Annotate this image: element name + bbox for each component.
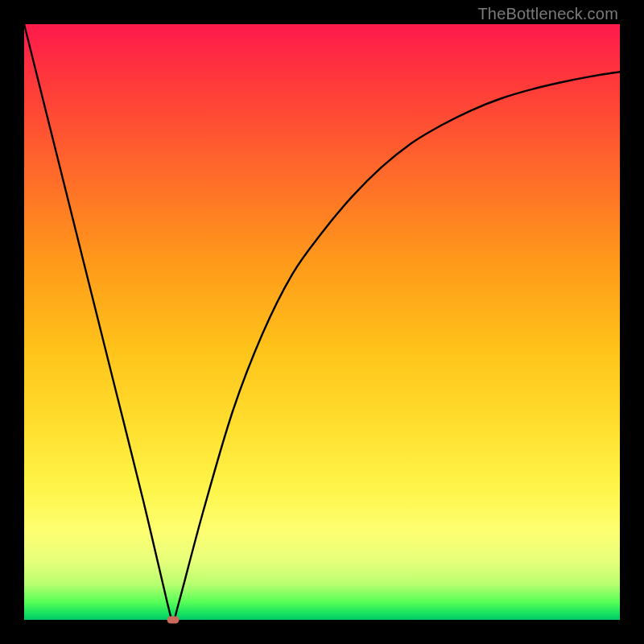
watermark-text: TheBottleneck.com	[477, 5, 618, 23]
chart-frame: TheBottleneck.com	[0, 0, 644, 644]
bottleneck-curve	[24, 24, 620, 620]
minimum-point-marker	[167, 617, 180, 624]
plot-area	[24, 24, 620, 620]
curve-svg	[24, 24, 620, 620]
